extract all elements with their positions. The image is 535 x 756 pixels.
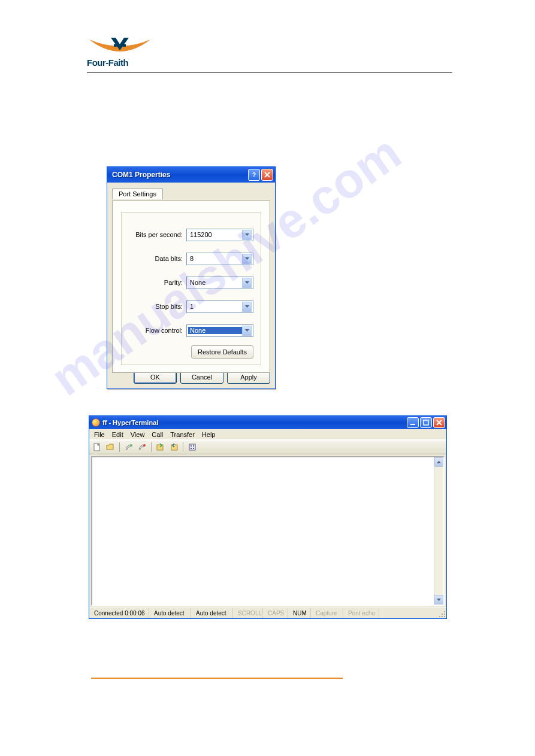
send-icon[interactable] (155, 442, 166, 453)
svg-rect-12 (191, 448, 192, 449)
document-header: Four-Faith (87, 33, 452, 73)
status-printecho: Print echo (343, 608, 379, 618)
status-num: NUM (288, 608, 311, 618)
menubar: File Edit View Call Transfer Help (89, 429, 446, 440)
bits-per-second-select[interactable]: 115200 (186, 229, 253, 241)
parity-select[interactable]: None (186, 277, 253, 289)
svg-rect-17 (439, 616, 440, 617)
bits-per-second-row: Bits per second: 115200 (122, 228, 261, 241)
status-scroll: SCROLL (233, 608, 263, 618)
logo-text: Four-Faith (87, 58, 128, 67)
tab-header: Port Settings (112, 187, 270, 201)
scroll-down-button[interactable] (434, 595, 443, 605)
open-icon[interactable] (105, 442, 116, 453)
toolbar-separator (151, 442, 152, 452)
menu-edit[interactable]: Edit (108, 430, 127, 439)
menu-file[interactable]: File (90, 430, 108, 439)
svg-rect-15 (442, 614, 443, 615)
svg-rect-10 (191, 445, 192, 447)
parity-row: Parity: None (122, 276, 261, 289)
svg-rect-18 (442, 616, 443, 617)
svg-rect-14 (444, 611, 445, 612)
terminal-client-area (89, 454, 446, 608)
stop-bits-label: Stop bits: (122, 303, 186, 310)
menu-call[interactable]: Call (148, 430, 167, 439)
connect-icon[interactable] (123, 442, 134, 453)
tab-panel: Bits per second: 115200 Data bits: 8 (112, 201, 270, 373)
close-button[interactable] (261, 169, 273, 181)
bits-per-second-label: Bits per second: (122, 231, 186, 238)
chevron-up-icon (437, 461, 441, 463)
chevron-down-icon (437, 599, 441, 601)
dialog-title: COM1 Properties (112, 171, 247, 179)
svg-rect-16 (444, 614, 445, 615)
chevron-down-icon (242, 302, 252, 312)
menu-transfer[interactable]: Transfer (167, 430, 198, 439)
chevron-down-icon (242, 278, 252, 288)
menu-help[interactable]: Help (198, 430, 219, 439)
disconnect-icon[interactable] (137, 442, 147, 453)
parity-value: None (188, 279, 242, 286)
status-autodetect-1: Auto detect (149, 608, 191, 618)
svg-text:?: ? (252, 172, 256, 178)
terminal-viewport[interactable] (91, 456, 445, 606)
stop-bits-value: 1 (188, 303, 242, 310)
hyperterminal-window: ff - HyperTerminal File Edit View Call T… (89, 415, 447, 619)
settings-groupbox: Bits per second: 115200 Data bits: 8 (121, 212, 261, 365)
stop-bits-row: Stop bits: 1 (122, 300, 261, 313)
close-button[interactable] (433, 417, 445, 428)
svg-rect-19 (444, 616, 445, 617)
hyperterminal-titlebar[interactable]: ff - HyperTerminal (89, 416, 446, 429)
dialog-titlebar[interactable]: COM1 Properties ? (107, 167, 275, 183)
stop-bits-select[interactable]: 1 (186, 300, 253, 313)
svg-rect-9 (189, 444, 195, 450)
com1-properties-dialog: COM1 Properties ? Port Settings Bits per… (107, 166, 276, 389)
svg-rect-2 (410, 424, 415, 425)
header-divider (87, 72, 452, 73)
parity-label: Parity: (122, 279, 186, 286)
new-icon[interactable] (92, 442, 102, 453)
minimize-button[interactable] (407, 417, 419, 428)
svg-rect-11 (193, 445, 194, 447)
scroll-track[interactable] (434, 467, 443, 595)
help-button[interactable]: ? (248, 169, 260, 181)
status-caps: CAPS (263, 608, 288, 618)
tab-port-settings[interactable]: Port Settings (112, 188, 163, 199)
svg-rect-13 (193, 448, 194, 449)
hyperterminal-title: ff - HyperTerminal (102, 419, 406, 426)
status-capture: Capture (311, 608, 343, 618)
properties-icon[interactable] (187, 442, 198, 453)
restore-defaults-button[interactable]: Restore Defaults (191, 345, 253, 359)
data-bits-row: Data bits: 8 (122, 252, 261, 265)
toolbar (89, 440, 446, 454)
data-bits-label: Data bits: (122, 255, 186, 262)
vertical-scrollbar[interactable] (434, 457, 443, 605)
receive-icon[interactable] (168, 442, 179, 453)
data-bits-value: 8 (188, 255, 242, 262)
svg-rect-0 (114, 44, 126, 47)
svg-point-5 (130, 444, 132, 447)
maximize-icon (423, 420, 429, 426)
menu-view[interactable]: View (127, 430, 149, 439)
chevron-down-icon (242, 254, 252, 264)
svg-rect-3 (424, 420, 428, 425)
four-faith-logo: Four-Faith (87, 33, 153, 69)
chevron-down-icon (242, 326, 252, 336)
scroll-up-button[interactable] (434, 457, 443, 467)
logo-swoosh-icon (87, 36, 153, 56)
hyperterminal-app-icon (92, 418, 100, 427)
flow-control-value: None (188, 327, 242, 334)
flow-control-label: Flow control: (122, 327, 186, 334)
minimize-icon (410, 420, 416, 426)
toolbar-separator (119, 442, 120, 452)
close-icon (264, 172, 270, 178)
dialog-body: Port Settings Bits per second: 115200 Da… (107, 183, 275, 388)
resize-grip-icon[interactable] (437, 609, 446, 618)
flow-control-select[interactable]: None (186, 324, 253, 337)
help-icon: ? (251, 172, 257, 178)
svg-point-6 (143, 444, 146, 447)
close-icon (436, 420, 442, 426)
status-autodetect-2: Auto detect (191, 608, 233, 618)
data-bits-select[interactable]: 8 (186, 253, 253, 265)
maximize-button[interactable] (420, 417, 432, 428)
